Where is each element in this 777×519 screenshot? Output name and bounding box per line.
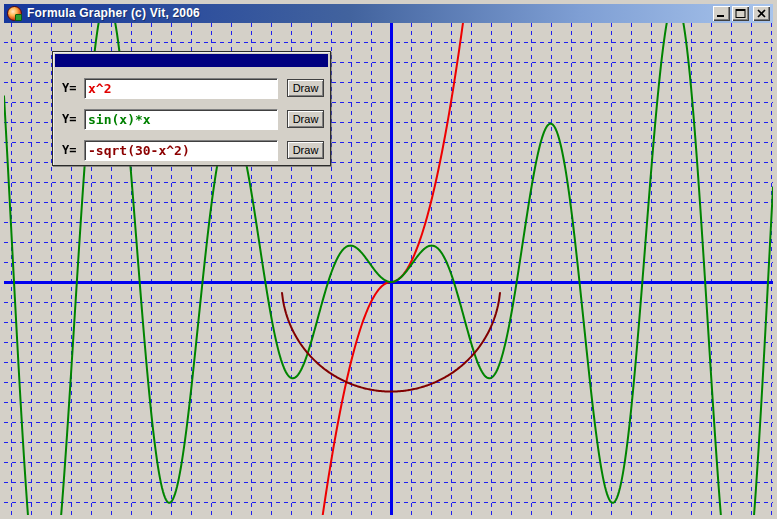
app-window: Formula Grapher (c) Vit, 2006 Y= Draw Y=	[0, 0, 777, 519]
formula-input-1[interactable]	[84, 78, 278, 99]
panel-drag-bar[interactable]	[55, 54, 328, 67]
y-equals-label: Y=	[62, 140, 76, 161]
minimize-icon	[716, 9, 727, 18]
maximize-button[interactable]	[732, 6, 749, 21]
formula-row-3: Y= Draw	[53, 140, 330, 161]
window-title: Formula Grapher (c) Vit, 2006	[27, 6, 713, 20]
draw-button-1[interactable]: Draw	[287, 79, 324, 97]
formula-row-2: Y= Draw	[53, 109, 330, 130]
formula-panel: Y= Draw Y= Draw Y= Draw	[52, 51, 331, 166]
formula-input-3[interactable]	[84, 140, 278, 161]
window-controls	[713, 6, 770, 21]
app-icon[interactable]	[7, 6, 22, 21]
formula-row-1: Y= Draw	[53, 78, 330, 99]
minimize-button[interactable]	[713, 6, 730, 21]
maximize-icon	[735, 9, 746, 18]
draw-button-3[interactable]: Draw	[287, 141, 324, 159]
formula-input-2[interactable]	[84, 109, 278, 130]
title-bar[interactable]: Formula Grapher (c) Vit, 2006	[4, 3, 773, 23]
y-equals-label: Y=	[62, 78, 76, 99]
draw-button-2[interactable]: Draw	[287, 110, 324, 128]
close-icon	[757, 9, 766, 18]
plot-area: Y= Draw Y= Draw Y= Draw	[4, 23, 773, 515]
y-equals-label: Y=	[62, 109, 76, 130]
close-button[interactable]	[753, 6, 770, 21]
